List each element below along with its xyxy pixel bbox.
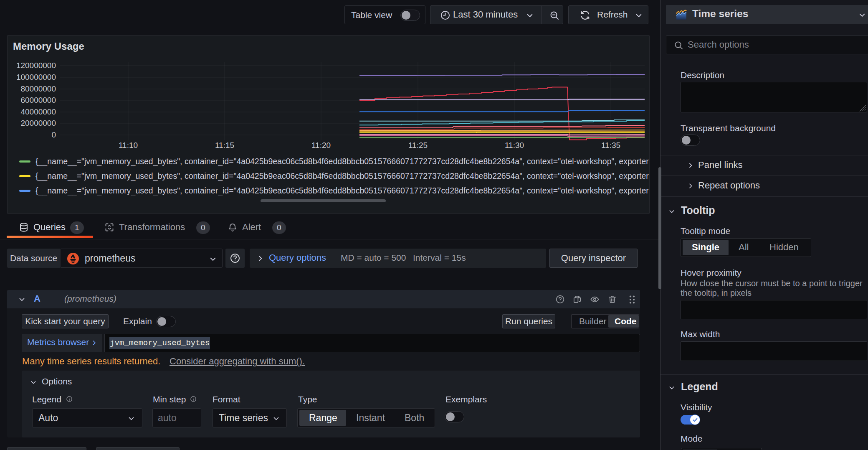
svg-text:60000000: 60000000 <box>20 96 56 104</box>
svg-text:120000000: 120000000 <box>16 61 56 70</box>
svg-text:11:10: 11:10 <box>119 141 138 150</box>
svg-text:40000000: 40000000 <box>20 107 56 116</box>
svg-text:0: 0 <box>51 130 56 139</box>
svg-text:20000000: 20000000 <box>20 119 56 127</box>
svg-text:11:15: 11:15 <box>215 141 234 150</box>
svg-text:11:35: 11:35 <box>601 141 620 150</box>
svg-text:11:20: 11:20 <box>311 141 331 150</box>
svg-text:11:25: 11:25 <box>408 141 428 150</box>
svg-text:100000000: 100000000 <box>16 73 56 81</box>
svg-text:80000000: 80000000 <box>20 84 56 93</box>
svg-text:11:30: 11:30 <box>505 141 524 150</box>
